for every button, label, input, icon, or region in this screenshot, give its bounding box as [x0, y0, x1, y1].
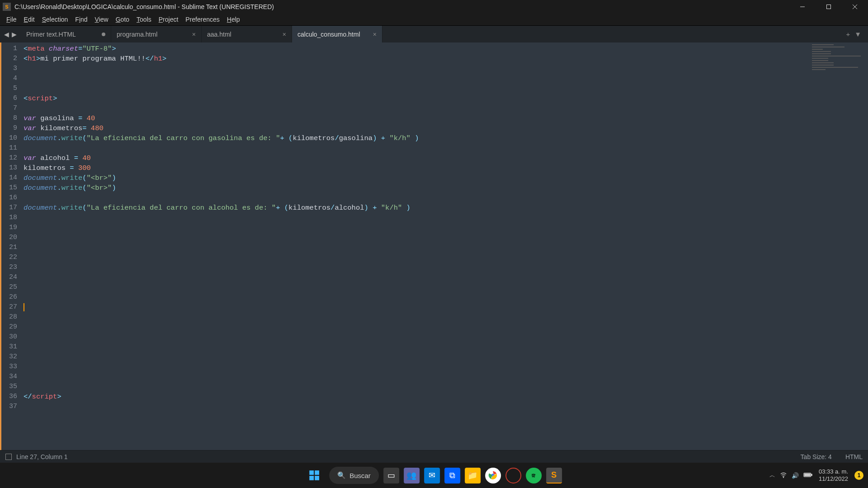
close-button[interactable] — [842, 0, 868, 14]
system-tray[interactable]: ︿ 🔊 03:33 a. m. 11/12/2022 1 — [769, 468, 863, 483]
code-line[interactable] — [24, 312, 868, 322]
menu-project[interactable]: Project — [155, 15, 182, 24]
code-line[interactable] — [24, 302, 868, 312]
code-line[interactable] — [24, 213, 868, 223]
menu-tools[interactable]: Tools — [133, 15, 155, 24]
code-line[interactable]: <meta charset="UTF-8"> — [24, 44, 868, 54]
menu-selection[interactable]: Selection — [38, 15, 72, 24]
teams-icon[interactable]: 👥 — [404, 468, 420, 483]
svg-rect-5 — [315, 470, 319, 475]
chrome-icon[interactable] — [485, 468, 501, 483]
code-line[interactable]: document.write("La eficiencia del carro … — [24, 133, 868, 143]
code-line[interactable] — [24, 402, 868, 412]
code-line[interactable]: var alcohol = 40 — [24, 153, 868, 163]
close-icon[interactable]: × — [188, 31, 196, 38]
code-line[interactable]: document.write("La eficiencia del carro … — [24, 203, 868, 213]
titlebar[interactable]: S C:\Users\Ronald\Desktop\LOGICA\calculo… — [0, 0, 868, 14]
explorer-icon[interactable]: 📁 — [465, 468, 481, 483]
tab-menu-button[interactable]: ▼ — [852, 30, 863, 38]
tab-label: programa.html — [117, 31, 188, 38]
code-line[interactable] — [24, 223, 868, 233]
tab-nav-back[interactable]: ◀ — [3, 31, 10, 38]
code-line[interactable] — [24, 243, 868, 253]
tab-aaa[interactable]: aaa.html × — [202, 26, 292, 42]
taskbar-search[interactable]: 🔍 Buscar — [329, 467, 379, 484]
code-line[interactable] — [24, 352, 868, 362]
close-icon[interactable]: × — [278, 31, 286, 38]
tab-primer-text[interactable]: Primer text.HTML — [21, 26, 111, 42]
code-line[interactable] — [24, 143, 868, 153]
code-line[interactable]: </script> — [24, 392, 868, 402]
line-number: 21 — [1, 243, 24, 253]
code-line[interactable] — [24, 362, 868, 372]
code-line[interactable] — [24, 272, 868, 282]
line-number: 6 — [1, 94, 24, 103]
code-line[interactable] — [24, 263, 868, 272]
menu-view[interactable]: View — [91, 15, 112, 24]
code-line[interactable] — [24, 282, 868, 292]
battery-icon[interactable] — [803, 472, 812, 479]
panel-toggle-icon[interactable] — [5, 454, 12, 460]
code-content[interactable]: <meta charset="UTF-8"><h1>mi primer prog… — [24, 42, 868, 450]
app-icon: S — [3, 3, 11, 11]
code-line[interactable]: kilometros = 300 — [24, 163, 868, 173]
editor-area[interactable]: 1234567891011121314151617181920212223242… — [0, 42, 868, 450]
svg-point-10 — [783, 477, 783, 477]
code-line[interactable] — [24, 253, 868, 263]
line-number: 12 — [1, 153, 24, 163]
clock[interactable]: 03:33 a. m. 11/12/2022 — [819, 468, 848, 483]
code-line[interactable] — [24, 332, 868, 342]
line-number: 24 — [1, 272, 24, 282]
tray-overflow-icon[interactable]: ︿ — [769, 471, 775, 479]
opera-icon[interactable] — [505, 468, 521, 483]
tab-programa[interactable]: programa.html × — [111, 26, 202, 42]
syntax-button[interactable]: HTML — [845, 453, 863, 460]
code-line[interactable] — [24, 372, 868, 382]
menu-find[interactable]: Find — [71, 15, 91, 24]
code-line[interactable] — [24, 84, 868, 94]
line-number: 14 — [1, 173, 24, 183]
code-line[interactable]: var kilometros= 480 — [24, 123, 868, 133]
maximize-button[interactable] — [816, 0, 842, 14]
spotify-icon[interactable] — [526, 468, 542, 483]
code-line[interactable] — [24, 64, 868, 74]
line-number: 37 — [1, 402, 24, 412]
line-number: 32 — [1, 352, 24, 362]
sublime-icon[interactable]: S — [546, 468, 562, 483]
search-label: Buscar — [349, 472, 371, 479]
start-button[interactable] — [306, 468, 322, 483]
mail-icon[interactable]: ✉ — [424, 468, 440, 483]
windows-taskbar[interactable]: 🔍 Buscar ▭ 👥 ✉ ⧉ 📁 S ︿ 🔊 — [0, 463, 868, 488]
wifi-icon[interactable] — [780, 471, 787, 480]
line-number: 18 — [1, 213, 24, 223]
line-number: 34 — [1, 372, 24, 382]
menu-goto[interactable]: Goto — [112, 15, 133, 24]
code-line[interactable] — [24, 322, 868, 332]
code-line[interactable]: <h1>mi primer programa HTML!!</h1> — [24, 54, 868, 64]
code-line[interactable]: document.write("<br>") — [24, 183, 868, 193]
code-line[interactable] — [24, 342, 868, 352]
tab-calculo-consumo[interactable]: calculo_consumo.html × — [292, 26, 382, 42]
notification-badge[interactable]: 1 — [854, 471, 863, 480]
menu-preferences[interactable]: Preferences — [182, 15, 223, 24]
tab-nav-forward[interactable]: ▶ — [10, 31, 18, 38]
code-line[interactable] — [24, 382, 868, 392]
code-line[interactable] — [24, 233, 868, 243]
code-line[interactable]: var gasolina = 40 — [24, 113, 868, 123]
dropbox-icon[interactable]: ⧉ — [444, 468, 460, 483]
menu-file[interactable]: File — [3, 15, 20, 24]
menu-edit[interactable]: Edit — [20, 15, 38, 24]
code-line[interactable] — [24, 103, 868, 113]
menu-help[interactable]: Help — [223, 15, 244, 24]
task-view-icon[interactable]: ▭ — [383, 468, 399, 483]
code-line[interactable] — [24, 292, 868, 302]
close-icon[interactable]: × — [368, 31, 377, 38]
code-line[interactable]: <script> — [24, 94, 868, 103]
tab-size-button[interactable]: Tab Size: 4 — [801, 453, 832, 460]
code-line[interactable] — [24, 74, 868, 84]
minimize-button[interactable] — [789, 0, 816, 14]
code-line[interactable] — [24, 193, 868, 203]
volume-icon[interactable]: 🔊 — [792, 472, 799, 479]
code-line[interactable]: document.write("<br>") — [24, 173, 868, 183]
new-tab-button[interactable]: + — [844, 30, 852, 38]
